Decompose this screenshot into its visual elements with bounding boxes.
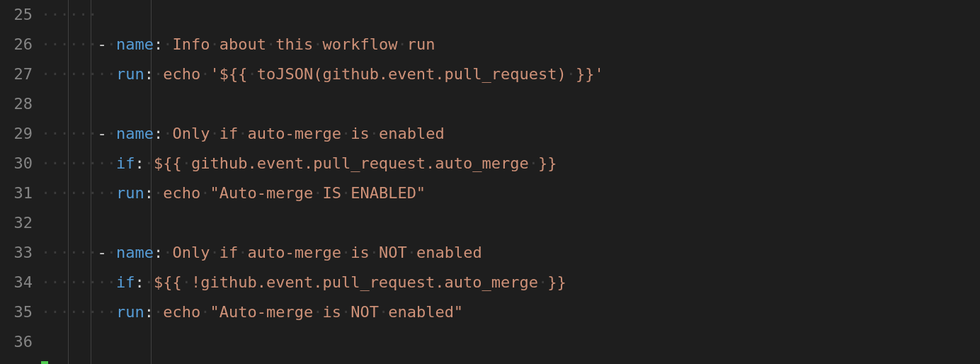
code-line[interactable]: ······-·name:·Only·if·auto-merge·is·NOT·… [41, 238, 980, 268]
line-number: 35 [0, 297, 33, 327]
token-pun: : [135, 154, 144, 172]
token-pun: : [144, 303, 154, 321]
code-line[interactable] [41, 208, 980, 238]
line-number: 29 [0, 119, 33, 149]
token-ws: · [154, 65, 163, 83]
token-ws: · [370, 244, 379, 261]
token-pun: : [135, 273, 144, 291]
code-line[interactable]: ········if:·${{·!github.event.pull_reque… [41, 268, 980, 297]
token-ws: ········ [41, 184, 116, 202]
token-ws: · [163, 125, 172, 142]
token-ws: · [210, 244, 219, 261]
token-ws: · [107, 125, 116, 142]
line-number-gutter: 252627282930313233343536 [0, 0, 41, 364]
token-ws: · [154, 184, 163, 202]
line-number: 28 [0, 89, 33, 119]
token-ws: · [107, 35, 116, 53]
token-str: enabled [416, 244, 482, 261]
token-key: run [116, 303, 144, 321]
token-ws: · [529, 154, 538, 172]
token-pun: : [154, 244, 163, 261]
token-pun: : [154, 35, 163, 53]
token-ws: · [200, 65, 210, 83]
code-line[interactable] [41, 89, 980, 119]
code-area[interactable]: ············-·name:·Info·about·this·work… [41, 0, 980, 364]
token-ws: ······ [41, 35, 97, 53]
token-str: }} [538, 154, 557, 172]
token-ws: · [200, 184, 210, 202]
token-ws: · [210, 125, 219, 142]
token-ws: · [238, 244, 247, 261]
token-str: IS [322, 184, 341, 202]
token-str: echo [163, 184, 200, 202]
code-line[interactable]: ········run:·echo·'${{·toJSON(github.eve… [41, 59, 980, 89]
token-str: this [275, 35, 313, 53]
code-line[interactable]: ········if:·${{·github.event.pull_reques… [41, 149, 980, 178]
token-ws: · [144, 273, 154, 291]
token-str: }}' [576, 65, 604, 83]
token-str: auto-merge [247, 244, 341, 261]
token-ws: ········ [41, 303, 116, 321]
token-ws: · [107, 244, 116, 261]
token-str: Only [172, 125, 210, 142]
token-ws: · [238, 125, 247, 142]
token-str: Info [172, 35, 210, 53]
token-pun: : [144, 184, 154, 202]
token-ws: · [200, 303, 210, 321]
token-str: if [220, 125, 239, 142]
token-str: }} [547, 273, 566, 291]
token-ws: · [313, 303, 322, 321]
token-ws: ······ [41, 6, 97, 23]
token-key: if [116, 154, 135, 172]
token-key: name [116, 244, 154, 261]
code-line[interactable]: ······-·name:·Info·about·this·workflow·r… [41, 30, 980, 59]
line-number: 27 [0, 59, 33, 89]
line-number: 31 [0, 178, 33, 208]
token-key: run [116, 184, 144, 202]
token-pun: : [144, 65, 154, 83]
token-str: Only [172, 244, 210, 261]
token-str: echo [163, 303, 200, 321]
token-ws: · [182, 273, 191, 291]
token-dash: - [97, 244, 106, 261]
line-number: 33 [0, 238, 33, 268]
code-editor[interactable]: 252627282930313233343536 ············-·n… [0, 0, 980, 364]
token-str: "Auto-merge [210, 184, 313, 202]
token-str: workflow [322, 35, 397, 53]
code-line[interactable]: ······-·name:·Only·if·auto-merge·is·enab… [41, 119, 980, 149]
token-ws: · [379, 303, 388, 321]
line-number: 34 [0, 268, 33, 297]
token-str: echo [163, 65, 200, 83]
token-ws: · [397, 35, 406, 53]
code-line[interactable]: ········run:·echo·"Auto-merge·IS·ENABLED… [41, 178, 980, 208]
token-ws: ······ [41, 244, 97, 261]
token-ws: · [566, 65, 576, 83]
token-dash: - [97, 125, 106, 142]
token-ws: · [163, 244, 172, 261]
token-str: "Auto-merge [210, 303, 313, 321]
token-ws: · [341, 244, 351, 261]
code-line[interactable]: ········run:·echo·"Auto-merge·is·NOT·ena… [41, 297, 980, 327]
token-ws: · [247, 65, 256, 83]
token-ws: ········ [41, 65, 116, 83]
token-key: name [116, 125, 154, 142]
token-ws: ········ [41, 154, 116, 172]
line-number: 30 [0, 149, 33, 178]
code-line[interactable] [41, 327, 980, 357]
token-str: '${{ [210, 65, 247, 83]
token-ws: · [341, 303, 351, 321]
token-ws: · [370, 125, 379, 142]
token-str: is [351, 244, 370, 261]
token-ws: · [538, 273, 547, 291]
token-ws: · [163, 35, 172, 53]
token-str: enabled [379, 125, 445, 142]
token-str: github.event.pull_request.auto_merge [191, 154, 529, 172]
token-ws: · [407, 244, 416, 261]
code-line[interactable]: ······ [41, 0, 980, 30]
line-number: 36 [0, 327, 33, 357]
token-ws: · [210, 35, 219, 53]
token-key: name [116, 35, 154, 53]
token-ws: · [266, 35, 275, 53]
token-str: enabled" [388, 303, 463, 321]
token-ws: · [313, 35, 322, 53]
